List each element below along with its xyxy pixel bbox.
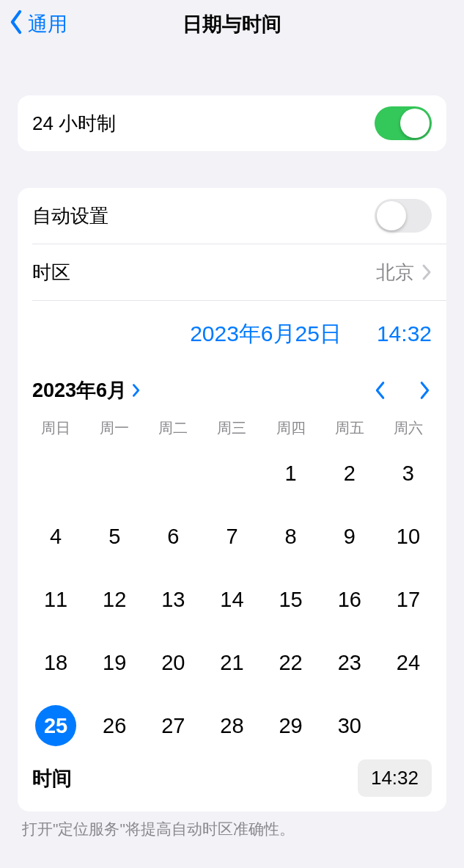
prev-month-button[interactable] — [373, 379, 388, 401]
day-23[interactable]: 23 — [329, 642, 370, 683]
label-timezone: 时区 — [32, 260, 376, 285]
day-cell: 22 — [262, 641, 320, 685]
weekday-label: 周日 — [26, 418, 85, 438]
day-cell: 9 — [320, 514, 379, 558]
date-display[interactable]: 2023年6月25日 — [190, 319, 342, 349]
back-button[interactable]: 通用 — [6, 0, 67, 48]
day-5[interactable]: 5 — [94, 516, 135, 557]
weekday-label: 周二 — [144, 418, 202, 438]
day-cell: 8 — [262, 514, 320, 558]
day-cell: 5 — [85, 514, 144, 558]
day-cell: 27 — [144, 704, 202, 748]
weekday-label: 周四 — [262, 418, 320, 438]
day-11[interactable]: 11 — [35, 579, 76, 620]
day-cell: 6 — [144, 514, 202, 558]
row-datetime-summary: 2023年6月25日 14:32 — [18, 301, 446, 367]
day-empty — [152, 453, 194, 494]
day-cell: 29 — [262, 704, 320, 748]
day-21[interactable]: 21 — [211, 642, 252, 683]
day-cell: 16 — [320, 577, 379, 621]
day-29[interactable]: 29 — [270, 705, 312, 746]
weekday-label: 周五 — [320, 418, 379, 438]
switch-auto[interactable] — [375, 199, 432, 233]
day-empty — [94, 453, 135, 494]
day-13[interactable]: 13 — [152, 579, 194, 620]
day-4[interactable]: 4 — [35, 516, 76, 557]
day-1[interactable]: 1 — [270, 453, 312, 494]
calendar-nav — [373, 379, 432, 401]
day-25[interactable]: 25 — [35, 705, 76, 746]
value-timezone: 北京 — [376, 260, 414, 285]
day-cell: 12 — [85, 577, 144, 621]
day-cell: 2 — [320, 451, 379, 495]
day-18[interactable]: 18 — [35, 642, 76, 683]
label-24h: 24 小时制 — [32, 111, 375, 136]
day-7[interactable]: 7 — [211, 516, 252, 557]
day-cell: 21 — [202, 641, 261, 685]
day-empty — [388, 705, 429, 746]
day-cell: 10 — [379, 514, 438, 558]
group-24h: 24 小时制 — [18, 95, 446, 151]
day-26[interactable]: 26 — [94, 705, 135, 746]
day-22[interactable]: 22 — [270, 642, 312, 683]
next-month-button[interactable] — [417, 379, 432, 401]
day-16[interactable]: 16 — [329, 579, 370, 620]
row-timezone[interactable]: 时区 北京 — [18, 244, 446, 300]
day-cell — [202, 451, 261, 495]
day-cell: 13 — [144, 577, 202, 621]
switch-24h[interactable] — [375, 106, 432, 140]
day-cell: 4 — [26, 514, 85, 558]
day-14[interactable]: 14 — [211, 579, 252, 620]
page-title: 日期与时间 — [183, 11, 281, 37]
day-6[interactable]: 6 — [152, 516, 194, 557]
day-cell: 28 — [202, 704, 261, 748]
day-10[interactable]: 10 — [388, 516, 429, 557]
day-cell: 26 — [85, 704, 144, 748]
day-cell — [26, 451, 85, 495]
chevron-right-icon — [131, 382, 141, 398]
row-auto: 自动设置 — [18, 188, 446, 244]
day-cell — [379, 704, 438, 748]
day-28[interactable]: 28 — [211, 705, 252, 746]
day-19[interactable]: 19 — [94, 642, 135, 683]
day-cell: 23 — [320, 641, 379, 685]
day-cell — [85, 451, 144, 495]
day-30[interactable]: 30 — [329, 705, 370, 746]
day-17[interactable]: 17 — [388, 579, 429, 620]
navbar: 通用 日期与时间 — [0, 0, 464, 48]
day-cell: 3 — [379, 451, 438, 495]
chevron-left-icon — [6, 9, 26, 40]
day-8[interactable]: 8 — [270, 516, 312, 557]
day-cell: 30 — [320, 704, 379, 748]
group-main: 自动设置 时区 北京 2023年6月25日 14:32 2023年6月 — [18, 188, 446, 812]
day-2[interactable]: 2 — [329, 453, 370, 494]
weekday-label: 周三 — [202, 418, 261, 438]
weekday-row: 周日周一周二周三周四周五周六 — [18, 414, 446, 442]
day-cell: 24 — [379, 641, 438, 685]
day-cell: 1 — [262, 451, 320, 495]
back-label: 通用 — [28, 11, 67, 37]
label-auto: 自动设置 — [32, 203, 375, 229]
day-cell: 14 — [202, 577, 261, 621]
day-15[interactable]: 15 — [270, 579, 312, 620]
day-12[interactable]: 12 — [94, 579, 135, 620]
day-empty — [35, 453, 76, 494]
calendar-header: 2023年6月 — [18, 367, 446, 414]
day-9[interactable]: 9 — [329, 516, 370, 557]
calendar-month-label: 2023年6月 — [32, 377, 127, 404]
day-empty — [211, 453, 252, 494]
label-time: 时间 — [32, 765, 72, 792]
day-27[interactable]: 27 — [152, 705, 194, 746]
time-display[interactable]: 14:32 — [377, 321, 432, 346]
day-24[interactable]: 24 — [388, 642, 429, 683]
row-24h: 24 小时制 — [18, 95, 446, 151]
row-time: 时间 14:32 — [18, 752, 446, 812]
chevron-right-icon — [421, 263, 432, 281]
time-picker[interactable]: 14:32 — [358, 759, 432, 797]
day-cell: 17 — [379, 577, 438, 621]
weekday-label: 周六 — [379, 418, 438, 438]
days-grid: 1234567891011121314151617181920212223242… — [18, 442, 446, 752]
day-3[interactable]: 3 — [388, 453, 429, 494]
day-20[interactable]: 20 — [152, 642, 194, 683]
calendar-month-button[interactable]: 2023年6月 — [32, 377, 141, 404]
